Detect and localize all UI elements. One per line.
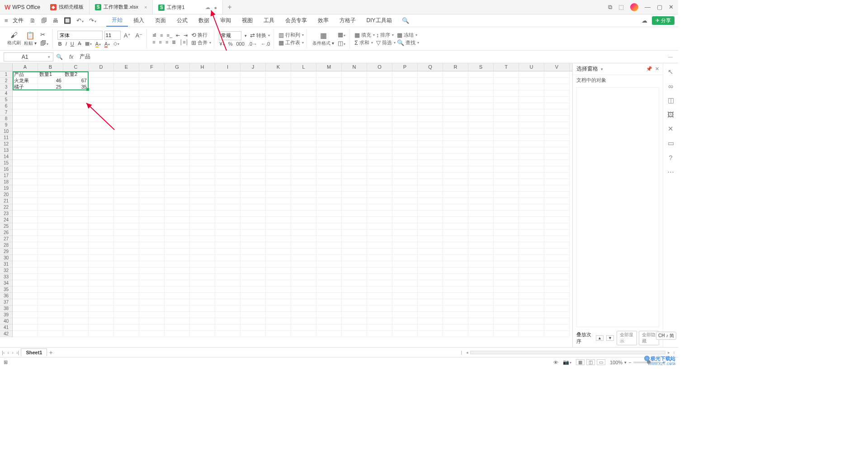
cell[interactable] xyxy=(392,116,418,122)
cell[interactable] xyxy=(544,274,570,280)
cell[interactable] xyxy=(215,166,241,173)
cell[interactable] xyxy=(468,173,494,179)
cell[interactable] xyxy=(392,166,418,173)
cell[interactable] xyxy=(519,147,544,154)
cell[interactable] xyxy=(418,147,443,154)
cell[interactable] xyxy=(392,287,418,293)
cell[interactable] xyxy=(114,103,139,109)
cell[interactable] xyxy=(190,90,215,97)
cell[interactable] xyxy=(468,318,494,324)
decrease-decimal-icon[interactable]: ←.0 xyxy=(260,41,271,47)
cell[interactable] xyxy=(418,331,443,337)
cell[interactable] xyxy=(544,268,570,274)
cell[interactable] xyxy=(367,331,392,337)
cell[interactable] xyxy=(63,217,89,223)
cell[interactable] xyxy=(342,299,367,306)
col-header-A[interactable]: A xyxy=(13,63,38,71)
cell[interactable] xyxy=(38,154,63,160)
cell[interactable] xyxy=(468,274,494,280)
print-preview-icon[interactable]: 🗐 xyxy=(40,17,48,24)
cell[interactable] xyxy=(165,198,190,204)
cell[interactable] xyxy=(114,217,139,223)
cell[interactable] xyxy=(291,236,316,242)
cell[interactable] xyxy=(38,312,63,318)
cell[interactable] xyxy=(13,255,38,261)
cell[interactable] xyxy=(266,230,291,236)
cell[interactable] xyxy=(13,299,38,306)
cell[interactable] xyxy=(89,154,114,160)
cell[interactable] xyxy=(38,261,63,268)
cell[interactable] xyxy=(190,293,215,299)
cell[interactable] xyxy=(13,147,38,154)
cell[interactable] xyxy=(13,90,38,97)
cell[interactable] xyxy=(316,116,342,122)
cell[interactable] xyxy=(443,97,468,103)
cell[interactable] xyxy=(241,223,266,230)
cell[interactable] xyxy=(367,249,392,255)
cell[interactable] xyxy=(544,128,570,135)
cell[interactable] xyxy=(165,299,190,306)
cell[interactable] xyxy=(392,109,418,116)
more-icon[interactable]: ⋯ xyxy=(667,168,674,176)
col-header-D[interactable]: D xyxy=(89,63,114,71)
cell[interactable] xyxy=(342,236,367,242)
cell[interactable] xyxy=(63,249,89,255)
cell[interactable] xyxy=(443,71,468,78)
cell[interactable] xyxy=(392,97,418,103)
cell[interactable] xyxy=(266,71,291,78)
cell[interactable] xyxy=(544,236,570,242)
cell[interactable] xyxy=(519,141,544,147)
cell[interactable] xyxy=(291,223,316,230)
cell[interactable] xyxy=(443,204,468,211)
cell[interactable] xyxy=(367,230,392,236)
cell[interactable] xyxy=(215,160,241,166)
cell[interactable] xyxy=(316,261,342,268)
cell[interactable] xyxy=(190,324,215,331)
cell[interactable] xyxy=(139,242,165,249)
cell[interactable] xyxy=(367,166,392,173)
cell[interactable] xyxy=(139,274,165,280)
row-header[interactable]: 21 xyxy=(0,198,13,204)
cell[interactable] xyxy=(544,312,570,318)
cell[interactable] xyxy=(544,173,570,179)
cell[interactable] xyxy=(367,236,392,242)
cell[interactable] xyxy=(418,154,443,160)
row-header[interactable]: 37 xyxy=(0,299,13,306)
cell[interactable] xyxy=(342,204,367,211)
menu-tab-2[interactable]: 页面 xyxy=(150,14,171,27)
cell[interactable] xyxy=(13,141,38,147)
fill-button[interactable]: ▦填充 xyxy=(354,32,375,38)
cell[interactable] xyxy=(443,299,468,306)
cell[interactable] xyxy=(190,128,215,135)
cell[interactable] xyxy=(165,223,190,230)
cell[interactable] xyxy=(468,122,494,128)
cell[interactable] xyxy=(291,173,316,179)
cell[interactable] xyxy=(544,97,570,103)
cell[interactable] xyxy=(215,293,241,299)
cell[interactable] xyxy=(392,242,418,249)
cell[interactable] xyxy=(139,122,165,128)
cell[interactable] xyxy=(468,204,494,211)
cell[interactable] xyxy=(139,128,165,135)
cell[interactable] xyxy=(215,242,241,249)
cell[interactable] xyxy=(89,173,114,179)
cut-icon[interactable]: ✂ xyxy=(39,31,50,38)
cell[interactable] xyxy=(544,287,570,293)
cell[interactable] xyxy=(443,122,468,128)
cell[interactable] xyxy=(89,268,114,274)
cell[interactable] xyxy=(190,312,215,318)
cell[interactable] xyxy=(38,192,63,198)
row-header[interactable]: 38 xyxy=(0,306,13,312)
cell[interactable] xyxy=(392,141,418,147)
cell[interactable] xyxy=(544,192,570,198)
cell[interactable] xyxy=(215,116,241,122)
cell[interactable] xyxy=(418,287,443,293)
cell[interactable] xyxy=(190,236,215,242)
cell[interactable] xyxy=(13,103,38,109)
cell[interactable] xyxy=(418,255,443,261)
menu-tab-11[interactable]: DIY工具箱 xyxy=(361,14,397,27)
cell[interactable] xyxy=(316,274,342,280)
cell[interactable] xyxy=(114,179,139,185)
cell[interactable] xyxy=(392,280,418,287)
cell[interactable] xyxy=(165,122,190,128)
